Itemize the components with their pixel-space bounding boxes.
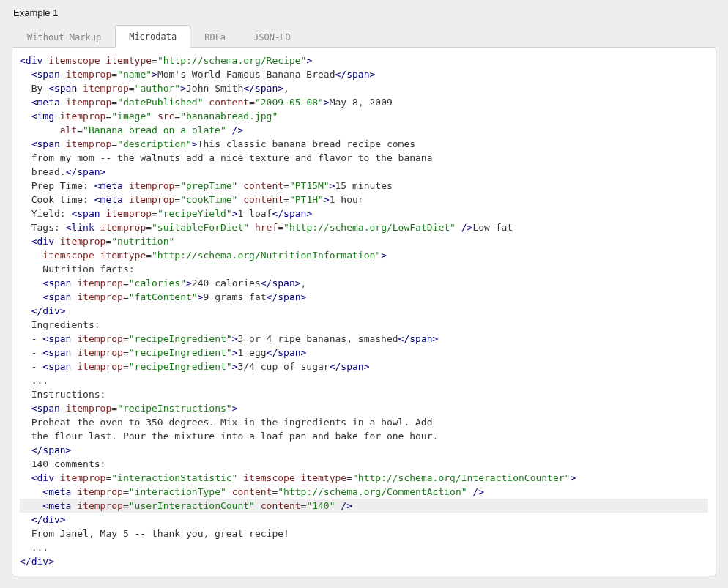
code-token: <meta bbox=[94, 180, 123, 191]
code-token: "datePublished" bbox=[117, 97, 203, 108]
code-token: "prepTime" bbox=[180, 180, 237, 191]
code-token: "calories" bbox=[129, 278, 186, 289]
code-token: <span bbox=[31, 138, 60, 149]
code-token: > bbox=[381, 250, 387, 261]
code-token: <span bbox=[42, 291, 71, 302]
code-token bbox=[20, 528, 31, 539]
code-token: <div bbox=[20, 55, 42, 66]
tab-json-ld[interactable]: JSON-LD bbox=[239, 26, 305, 48]
code-token: </span> bbox=[243, 83, 283, 94]
code-token: > bbox=[306, 55, 312, 66]
code-token bbox=[20, 97, 31, 108]
code-token: "http://schema.org/CommentAction" bbox=[278, 486, 467, 497]
code-token: 3/4 cup of sugar bbox=[237, 361, 329, 372]
code-token: </span> bbox=[330, 361, 370, 372]
code-token: <div bbox=[31, 472, 54, 483]
code-token: itemscope bbox=[48, 55, 100, 66]
code-token: > bbox=[324, 97, 330, 108]
code-token: - bbox=[31, 361, 43, 372]
code-token: > bbox=[186, 278, 192, 289]
code-token: 9 grams fat bbox=[203, 291, 266, 302]
code-token bbox=[20, 458, 31, 469]
code-token: </span> bbox=[267, 347, 307, 358]
code-token: itemtype bbox=[105, 55, 152, 66]
code-token bbox=[20, 208, 31, 219]
code-token: </div> bbox=[31, 514, 66, 525]
code-token: itemscope bbox=[243, 472, 294, 483]
code-token bbox=[20, 486, 42, 497]
code-token: itemprop bbox=[77, 500, 123, 511]
code-token bbox=[20, 319, 31, 330]
code-token bbox=[20, 403, 31, 414]
code-token: > bbox=[152, 69, 157, 80]
code-token: <span bbox=[31, 69, 60, 80]
code-token bbox=[20, 472, 31, 483]
code-token: </span> bbox=[31, 444, 72, 455]
code-token: <img bbox=[31, 111, 54, 122]
code-token: <span bbox=[42, 278, 71, 289]
code-token: content bbox=[232, 486, 272, 497]
code-token bbox=[20, 514, 31, 525]
code-token: "PT15M" bbox=[289, 180, 330, 191]
code-token bbox=[20, 69, 31, 80]
code-token: "http://schema.org/InteractionCounter" bbox=[352, 472, 570, 483]
tab-rdfa[interactable]: RDFa bbox=[190, 26, 239, 48]
code-token: "recipeIngredient" bbox=[129, 347, 232, 358]
code-token: <span bbox=[48, 83, 77, 94]
code-token: From Janel, May 5 -- thank you, great re… bbox=[31, 528, 289, 539]
code-token: John Smith bbox=[186, 83, 243, 94]
tab-without-markup[interactable]: Without Markup bbox=[13, 26, 115, 48]
code-token: 15 minutes bbox=[335, 180, 393, 191]
code-token bbox=[20, 542, 31, 553]
code-token: > bbox=[232, 403, 238, 414]
code-token bbox=[20, 389, 31, 400]
code-token: itemprop bbox=[77, 291, 123, 302]
code-token: "suitableForDiet" bbox=[152, 222, 249, 233]
code-token: 1 hour bbox=[330, 194, 364, 205]
code-token bbox=[20, 83, 31, 94]
code-token: "recipeIngredient" bbox=[129, 333, 232, 344]
code-token: "bananabread.jpg" bbox=[180, 111, 278, 122]
tabbox: Without Markup Microdata RDFa JSON-LD <d… bbox=[4, 24, 724, 576]
code-token: </div> bbox=[31, 305, 66, 316]
code-token: </span> bbox=[267, 291, 307, 302]
code-token: /> bbox=[467, 486, 484, 497]
code-token: "Banana bread on a plate" bbox=[83, 124, 226, 135]
code-token bbox=[20, 305, 31, 316]
code-token: </span> bbox=[272, 208, 312, 219]
code-token: itemprop bbox=[77, 361, 123, 372]
code-token bbox=[20, 166, 31, 177]
code-token: <meta bbox=[31, 97, 60, 108]
code-token: Tags: bbox=[31, 222, 66, 233]
code-token: itemprop bbox=[83, 83, 129, 94]
code-token: <span bbox=[42, 347, 71, 358]
code-token: content bbox=[209, 97, 249, 108]
code-token bbox=[20, 138, 31, 149]
code-token: "author" bbox=[135, 83, 181, 94]
code-token: itemprop bbox=[66, 403, 112, 414]
code-token: Prep Time: bbox=[31, 180, 94, 191]
code-token: itemprop bbox=[77, 486, 123, 497]
code-token: <span bbox=[42, 333, 71, 344]
code-token: itemprop bbox=[105, 208, 152, 219]
code-token bbox=[20, 111, 31, 122]
code-token bbox=[20, 417, 31, 428]
code-token: May 8, 2009 bbox=[330, 97, 393, 108]
code-token bbox=[20, 278, 42, 289]
example-container: Example 1 Without Markup Microdata RDFa … bbox=[0, 0, 728, 588]
tab-microdata[interactable]: Microdata bbox=[115, 25, 190, 48]
code-token: </span> bbox=[335, 69, 376, 80]
code-token: <meta bbox=[94, 194, 123, 205]
code-token: Instructions: bbox=[31, 389, 106, 400]
code-token: "PT1H" bbox=[289, 194, 324, 205]
code-token: 3 or 4 ripe bananas, smashed bbox=[237, 333, 398, 344]
code-token: 140 comments: bbox=[31, 458, 106, 469]
code-token: <div bbox=[31, 236, 54, 247]
code-token: "cookTime" bbox=[180, 194, 237, 205]
code-token: - bbox=[31, 347, 43, 358]
code-token: itemprop bbox=[60, 472, 106, 483]
code-token: itemprop bbox=[66, 69, 112, 80]
code-token bbox=[20, 291, 42, 302]
code-token: "140" bbox=[306, 500, 335, 511]
code-token: "http://schema.org/Recipe" bbox=[157, 55, 307, 66]
